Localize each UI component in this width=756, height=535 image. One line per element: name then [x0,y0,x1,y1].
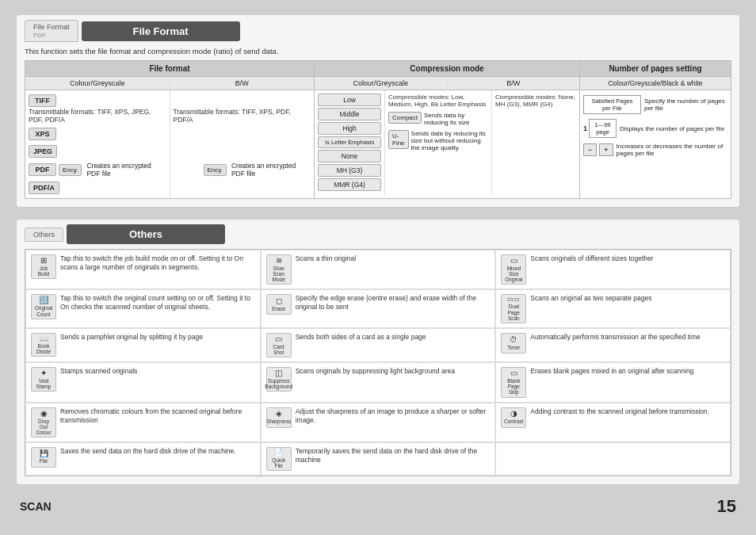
others-item-suppress-bg: ◫ Suppress Background Scans originals by… [261,362,496,402]
dropout-colour-icon[interactable]: ◉ Drop Out Colour [31,407,56,438]
others-item-quick-file: 📄 Quick File Temporarily saves the send … [261,442,496,476]
file-format-section: File Format PDF File Format This functio… [16,14,740,208]
ency-colour[interactable]: Ency. [59,164,82,176]
bottom-bar: SCAN 15 [16,496,740,517]
card-shot-icon[interactable]: ▭ Card Shot [266,333,292,357]
pages-specify-row: Satisfied Pages per File Specify the num… [583,95,727,114]
contrast-icon[interactable]: ◑ Contrast [501,407,526,428]
ff-colour-col: TIFF Transmittable formats: TIFF, XPS, J… [25,90,170,198]
suppress-bg-text: Scans originals by suppressing light bac… [296,367,491,376]
compact-btn[interactable]: Compact [388,112,422,124]
ff-pages-header: Number of pages setting [580,61,731,77]
others-item-job-build: ⊞ JobBuild Tap this to switch the job bu… [25,250,261,289]
compress-levels-list: Low Middle High ¾ Letter Emphasis None M… [318,94,381,191]
compress-low[interactable]: Low [318,94,381,106]
ff-file-format-col: File format Colour/Greyscale B/W TIFF Tr… [25,61,315,198]
slow-scan-icon[interactable]: ≋ Slow Scan Mode [266,254,292,285]
erase-icon[interactable]: ◻ Erase [266,294,292,315]
specified-pages-input[interactable]: Satisfied Pages per File [583,95,641,114]
ff-file-format-sub-headers: Colour/Greyscale B/W [25,77,314,90]
timer-text: Automatically performs transmission at t… [530,333,725,342]
blank-page-skip-icon[interactable]: ▭ Blank Page Skip [501,367,526,397]
page-number: 15 [717,496,736,517]
void-stamp-text: Stamps scanned originals [60,367,255,376]
file-text: Saves the send data on the hard disk dri… [60,447,255,456]
ff-colour-header: Colour/Greyscale [25,77,170,90]
others-header-row: Others Others [25,224,731,244]
page-decrement-btn[interactable]: − [583,143,597,156]
slow-scan-text: Scans a thin original [296,254,491,263]
sharpness-icon[interactable]: ◈ Sharpness [266,407,292,428]
ff-bw-header: B/W [170,77,315,90]
ff-compression-header: Compression mode [315,61,579,77]
dual-page-icon[interactable]: ▭▭ Dual Page Scan [501,294,526,323]
compress-desc-colour-col: Compressible modes: Low, Medium, High, B… [385,90,492,196]
ff-colour-formats: TIFF Transmittable formats: TIFF, XPS, J… [29,94,166,195]
pdf-btn-colour[interactable]: PDF [29,163,56,176]
compress-letter[interactable]: ¾ Letter Emphasis [318,136,381,148]
others-item-erase: ◻ Erase Specify the edge erase (centre e… [261,289,496,327]
ufine-desc: Sends data by reducing its size but with… [411,130,488,151]
mixed-size-icon[interactable]: ▭ Mixed Size Original [501,254,526,285]
others-item-sharpness: ◈ Sharpness Adjust the sharpness of an i… [261,403,496,442]
compress-none[interactable]: None [318,150,381,162]
blank-page-skip-text: Erases blank pages mixed in an original … [530,367,725,376]
page-number-display: 1 [583,124,587,132]
ff-bw-col: TIFF Transmittable formats: TIFF, XPS, P… [170,90,315,198]
pages-num-display: 1 1—99 page [583,119,617,138]
compress-ufine-row: U-Fine Sends data by reducing its size b… [388,130,488,151]
compress-middle[interactable]: Middle [318,108,381,120]
others-item-slow-scan: ≋ Slow Scan Mode Scans a thin original [261,250,496,289]
timer-icon[interactable]: ⏱ Timer [501,333,526,353]
specify-desc: Specify the number of pages per file [644,97,727,112]
file-format-desc: This function sets the file format and c… [25,47,731,55]
others-item-contrast: ◑ Contrast Adding contrast to the scanne… [495,403,731,442]
ff-compression-sub-headers: Colour/Greyscale B/W [315,77,579,90]
others-item-timer: ⏱ Timer Automatically performs transmiss… [495,328,731,362]
others-item-file: 💾 File Saves the send data on the hard d… [25,442,261,476]
ff-tiff-bw-text: Transmittable formats: TIFF, XPS, PDF, P… [174,108,291,124]
book-divide-icon[interactable]: 📖 Book Divide [31,333,56,357]
page-container: File Format PDF File Format This functio… [0,0,756,533]
others-item-mixed-size: ▭ Mixed Size Original Scans originals of… [495,250,731,289]
ff-compression-body: Low Middle High ¾ Letter Emphasis None M… [315,90,579,196]
file-format-tab[interactable]: File Format PDF [25,20,78,42]
contrast-text: Adding contrast to the scanned original … [530,407,725,416]
others-item-dual-page: ▭▭ Dual Page Scan Scans an original as t… [495,289,731,327]
others-body: Others Others ⊞ JobBuild Tap this to swi… [17,220,739,484]
ency-bw[interactable]: Ency. [204,164,227,176]
compress-high[interactable]: High [318,122,381,135]
tiff-btn-colour[interactable]: TIFF [29,94,56,107]
ff-format-body: TIFF Transmittable formats: TIFF, XPS, J… [25,90,314,198]
others-tab[interactable]: Others [25,227,63,242]
ff-pdf-bw-desc: Creates an encrypted PDF file [231,162,311,178]
ff-tiff-bw-desc: TIFF Transmittable formats: TIFF, XPS, P… [174,94,311,124]
void-stamp-icon[interactable]: ✦ Void Stamp [31,367,56,392]
compress-mmr[interactable]: MMR (G4) [318,178,381,191]
ff-pdf-bw: PDF Ency. Creates an encrypted PDF file [174,162,311,178]
jpeg-btn-colour[interactable]: JPEG [29,145,57,158]
file-format-banner: File Format [82,21,240,41]
others-item-original-count: 🔢 Original Count Tap this to switch the … [25,289,261,327]
ff-jpeg-colour: JPEG [29,144,166,159]
quick-file-icon[interactable]: 📄 Quick File [266,447,292,471]
xps-btn-colour[interactable]: XPS [29,128,56,140]
compress-mh[interactable]: MH (G3) [318,164,381,177]
pdfa-btn-colour[interactable]: PDF/A [29,182,59,194]
file-format-body: File Format PDF File Format This functio… [17,15,739,207]
page-increment-btn[interactable]: + [599,143,613,156]
suppress-bg-icon[interactable]: ◫ Suppress Background [266,367,292,392]
dual-page-text: Scans an original as two separate pages [530,294,725,303]
compact-desc: Sends data by reducing its size [424,112,488,126]
file-icon[interactable]: 💾 File [31,447,56,468]
ff-tiff-colour-text: Transmittable formats: TIFF, XPS, JPEG, … [29,108,151,124]
job-build-icon[interactable]: ⊞ JobBuild [31,254,56,279]
ff-compress-bw-header: B/W [447,77,580,90]
original-count-icon[interactable]: 🔢 Original Count [31,294,56,319]
ufine-btn[interactable]: U-Fine [388,130,409,149]
job-build-text: Tap this to switch the job build mode on… [60,254,255,272]
ff-pdfa-colour: PDF/A [29,181,166,195]
book-divide-text: Sends a pamphlet original by splitting i… [60,333,255,342]
others-banner: Others [67,224,225,244]
ff-bw-formats: TIFF Transmittable formats: TIFF, XPS, P… [174,94,311,195]
